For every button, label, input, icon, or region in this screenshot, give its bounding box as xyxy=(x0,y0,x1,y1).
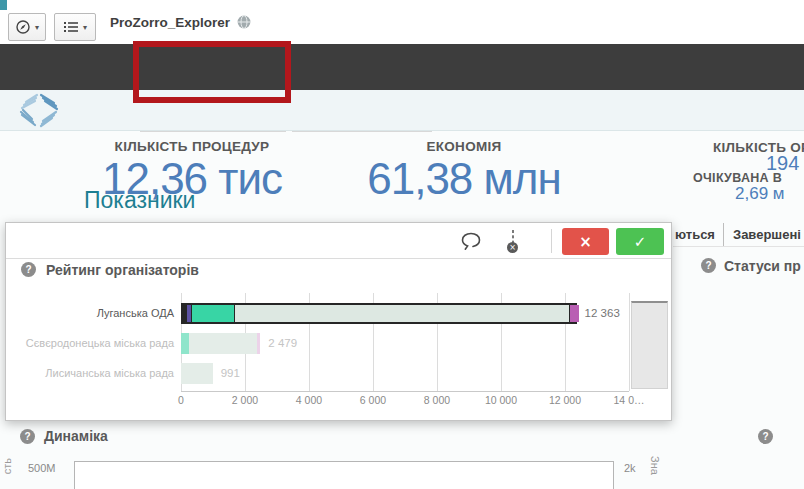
x-tick-label: 14 0… xyxy=(614,394,645,406)
kpi-expected-value: 2,69 м xyxy=(735,184,785,204)
selections-bar: ↶ ↷ × Головний орган Луганська ОДА × Рег… xyxy=(0,44,804,90)
highlight-annotation xyxy=(133,41,291,103)
chevron-down-icon: ▾ xyxy=(83,23,87,32)
corner-accent xyxy=(0,0,7,10)
bar-category-label[interactable]: Сєвєродонецька міська рада xyxy=(6,337,174,349)
list-icon xyxy=(63,20,79,34)
bar-value-label: 12 363 xyxy=(585,307,620,319)
x-tick-label: 8 000 xyxy=(424,394,450,406)
bar-segment[interactable] xyxy=(570,305,578,322)
kpi-savings: ЕКОНОМІЯ 61,38 млн xyxy=(367,139,561,204)
navigation-menu-button[interactable]: ▾ xyxy=(8,13,46,41)
dynamics-right-tick: 2k xyxy=(624,462,636,474)
bar[interactable] xyxy=(181,363,213,384)
dynamics-title: Динаміка xyxy=(44,428,108,444)
x-tick-label: 12 000 xyxy=(549,394,581,406)
compass-icon xyxy=(15,19,31,35)
bar[interactable] xyxy=(181,333,260,354)
bar-category-label[interactable]: Луганська ОДА xyxy=(6,307,174,319)
tab-completed[interactable]: Завершені xyxy=(733,222,801,247)
bar-chart: 02 0004 0006 0008 00010 00012 00014 0…Лу… xyxy=(6,223,671,420)
kpi-value: 61,38 млн xyxy=(367,154,561,204)
x-gridline xyxy=(629,293,630,391)
tab-divider xyxy=(723,223,724,246)
tab-in-progress[interactable]: ються xyxy=(675,222,715,247)
chart-scrollbar[interactable] xyxy=(631,301,668,389)
x-tick-label: 6 000 xyxy=(360,394,386,406)
prozorro-logo xyxy=(12,91,66,133)
bar-value-label: 2 479 xyxy=(268,337,297,349)
bar-segment[interactable] xyxy=(235,305,570,322)
dynamics-y-tick: 500M xyxy=(28,462,56,474)
dynamics-chart-area[interactable] xyxy=(74,461,614,489)
statuses-panel-title: Статуси пр xyxy=(724,258,801,274)
dynamics-right-axis-label: Зна xyxy=(649,456,661,475)
kpi-expected-label: ОЧІКУВАНА В xyxy=(693,171,782,185)
chevron-down-icon: ▾ xyxy=(35,23,39,32)
globe-icon[interactable] xyxy=(237,15,251,29)
kpi-value: 12,36 тис xyxy=(102,154,282,204)
dynamics-y-axis-label: сть xyxy=(1,458,13,474)
kpi-procedures: КІЛЬКІСТЬ ПРОЦЕДУР 12,36 тис xyxy=(102,139,282,204)
sheets-menu-button[interactable]: ▾ xyxy=(54,13,96,41)
x-tick-label: 10 000 xyxy=(485,394,517,406)
bar-segment[interactable] xyxy=(189,333,257,354)
bar-segment[interactable] xyxy=(192,305,235,322)
top-bar: ▾ ▾ ProZorro_Explorer xyxy=(0,0,804,44)
bar-value-label: 991 xyxy=(221,367,240,379)
bar[interactable] xyxy=(181,303,577,324)
x-tick-label: 2 000 xyxy=(232,394,258,406)
selection-popup: × × ✓ ? Рейтинг організаторів 02 0004 00… xyxy=(5,222,672,421)
bar-segment[interactable] xyxy=(181,363,213,384)
container-tabs: ються Завершені xyxy=(673,222,804,247)
kpi-label: КІЛЬКІСТЬ ПРОЦЕДУР xyxy=(102,139,282,154)
x-tick-label: 4 000 xyxy=(296,394,322,406)
x-tick-label: 0 xyxy=(178,394,184,406)
bar-category-label[interactable]: Лисичанська міська рада xyxy=(6,367,174,379)
bar-segment[interactable] xyxy=(181,333,189,354)
help-icon[interactable]: ? xyxy=(758,429,773,444)
app-window: ▾ ▾ ProZorro_Explorer ↶ ↷ × Головний орг… xyxy=(0,0,804,489)
sheet-header: Показники xyxy=(0,90,804,131)
kpi-label: ЕКОНОМІЯ xyxy=(367,139,561,154)
bar-segment[interactable] xyxy=(257,333,260,354)
help-icon[interactable]: ? xyxy=(20,429,35,444)
x-axis-line xyxy=(181,391,629,392)
app-title: ProZorro_Explorer xyxy=(110,15,230,30)
help-icon[interactable]: ? xyxy=(701,258,716,273)
